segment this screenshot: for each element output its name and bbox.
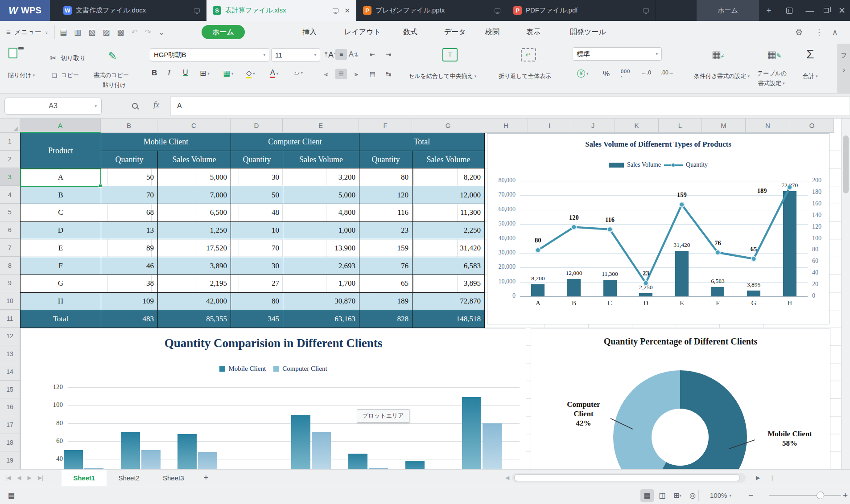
row-header-4[interactable]: 4 xyxy=(0,186,20,204)
borders-button[interactable]: ⊞▾ xyxy=(200,69,210,78)
product-cell[interactable]: B xyxy=(21,186,101,204)
underline-button[interactable]: U xyxy=(183,69,188,77)
tab-home-window[interactable]: ホーム xyxy=(697,0,759,21)
column-header-G[interactable]: G xyxy=(412,119,484,133)
next-sheet-icon[interactable]: ▶ xyxy=(28,475,32,481)
column-header-B[interactable]: B xyxy=(101,119,157,133)
value-cell[interactable]: 2,250 xyxy=(413,221,485,239)
select-all-corner[interactable] xyxy=(0,119,20,133)
row-header-16[interactable]: 16 xyxy=(0,398,20,416)
wrap-text-button[interactable]: 折り返して全体表示 xyxy=(499,72,551,80)
value-cell[interactable]: 5,000 xyxy=(158,168,231,186)
total-value-cell[interactable]: 828 xyxy=(359,310,413,328)
product-cell[interactable]: A xyxy=(21,168,101,186)
zoom-slider-knob[interactable] xyxy=(817,492,824,499)
ribbon-tab-数式[interactable]: 数式 xyxy=(399,21,422,44)
chart-sales-volume[interactable]: Sales Volume of Diffenernt Types of Prod… xyxy=(487,133,829,324)
row-header-6[interactable]: 6 xyxy=(0,221,20,239)
document-tab-1[interactable]: W文書作成ファイル.docx xyxy=(57,0,206,21)
value-cell[interactable]: 68 xyxy=(101,204,158,221)
sheet-tab-Sheet3[interactable]: Sheet3 xyxy=(151,470,196,486)
format-painter-button[interactable]: ✎ xyxy=(108,50,117,62)
value-cell[interactable]: 13 xyxy=(101,221,158,239)
chart-quantity-comparison[interactable]: Quantity Comparision in Different Client… xyxy=(21,328,526,469)
value-cell[interactable]: 30 xyxy=(231,168,283,186)
column-header-D[interactable]: D xyxy=(231,119,283,133)
conditional-format-button[interactable]: 条件付き書式の設定▾ xyxy=(694,72,750,80)
align-right-button[interactable]: ⫸ xyxy=(351,69,362,79)
value-cell[interactable]: 3,895 xyxy=(413,275,485,292)
zoom-slider[interactable] xyxy=(769,495,841,496)
total-value-cell[interactable]: 345 xyxy=(231,310,283,328)
table-sub-header[interactable]: Sales Volume xyxy=(413,151,485,168)
paste-dropdown[interactable]: 貼り付け▾ xyxy=(8,71,35,79)
page-layout-view-icon[interactable]: ⊞▾ xyxy=(671,489,684,502)
value-cell[interactable]: 109 xyxy=(101,292,158,310)
row-header-15[interactable]: 15 xyxy=(0,381,20,398)
page-break-view-icon[interactable]: ◫ xyxy=(656,489,669,502)
table-sub-header[interactable]: Quantity xyxy=(359,151,413,168)
ribbon-tab-表示[interactable]: 表示 xyxy=(522,21,545,44)
value-cell[interactable]: 70 xyxy=(231,239,283,257)
cell-style-button[interactable]: ▦▾ xyxy=(223,69,234,78)
sheet-tab-Sheet1[interactable]: Sheet1 xyxy=(62,470,107,486)
value-cell[interactable]: 13,900 xyxy=(283,239,359,257)
clear-format-button[interactable]: ▱▾ xyxy=(294,69,303,77)
percent-format-button[interactable]: % xyxy=(603,70,610,78)
format-painter-label1[interactable]: 書式のコピー xyxy=(94,71,129,79)
value-cell[interactable]: 1,250 xyxy=(158,221,231,239)
column-header-E[interactable]: E xyxy=(283,119,359,133)
total-label-cell[interactable]: Total xyxy=(21,310,101,328)
horizontal-scrollbar-thumb[interactable] xyxy=(514,474,740,481)
value-cell[interactable]: 116 xyxy=(359,204,413,221)
last-sheet-icon[interactable]: ▶| xyxy=(38,475,43,481)
ribbon-tab-レイアウト[interactable]: レイアウト xyxy=(340,21,385,44)
value-cell[interactable]: 46 xyxy=(101,257,158,275)
value-cell[interactable]: 89 xyxy=(101,239,158,257)
paste-button[interactable] xyxy=(14,49,16,57)
value-cell[interactable]: 17,520 xyxy=(158,239,231,257)
row-header-2[interactable]: 2 xyxy=(0,151,20,168)
more-commands-icon[interactable]: ⌄ xyxy=(158,28,165,37)
row-header-13[interactable]: 13 xyxy=(0,345,20,363)
value-cell[interactable]: 50 xyxy=(231,186,283,204)
value-cell[interactable]: 30 xyxy=(231,257,283,275)
font-family-select[interactable]: HGP明朝B▾ xyxy=(150,48,269,61)
autosum-button[interactable]: 合計▾ xyxy=(803,72,818,80)
horizontal-scrollbar[interactable] xyxy=(512,473,746,483)
zoom-level[interactable]: 100%▾ xyxy=(710,486,731,504)
table-format-label2[interactable]: 書式設定▾ xyxy=(758,79,785,87)
value-cell[interactable]: 76 xyxy=(359,257,413,275)
value-cell[interactable]: 2,195 xyxy=(158,275,231,292)
undo-icon[interactable]: ↶ xyxy=(131,28,137,37)
column-header-A[interactable]: A xyxy=(20,119,101,133)
format-painter-label2[interactable]: 貼り付け xyxy=(103,81,126,89)
value-cell[interactable]: 159 xyxy=(359,239,413,257)
value-cell[interactable]: 72,870 xyxy=(413,292,485,310)
close-button[interactable]: ✕ xyxy=(832,0,850,21)
column-header-J[interactable]: J xyxy=(571,119,615,133)
table-group-header[interactable]: Total xyxy=(359,133,485,151)
justify-button[interactable]: ▤ xyxy=(367,69,378,79)
row-header-1[interactable]: 1 xyxy=(0,133,20,151)
value-cell[interactable]: 7,000 xyxy=(158,186,231,204)
vertical-scrollbar-thumb[interactable] xyxy=(843,135,849,193)
font-color-button[interactable]: A▾ xyxy=(270,69,278,78)
table-group-header[interactable]: Mobile Client xyxy=(101,133,231,151)
value-cell[interactable]: 70 xyxy=(101,186,158,204)
value-cell[interactable]: 48 xyxy=(231,204,283,221)
value-cell[interactable]: 6,583 xyxy=(413,257,485,275)
total-value-cell[interactable]: 483 xyxy=(101,310,158,328)
row-header-19[interactable]: 19 xyxy=(0,451,20,469)
total-value-cell[interactable]: 148,518 xyxy=(413,310,485,328)
redo-icon[interactable]: ↷ xyxy=(145,28,151,37)
column-header-I[interactable]: I xyxy=(528,119,571,133)
scroll-right-icon[interactable]: ▶ xyxy=(756,475,760,481)
row-header-8[interactable]: 8 xyxy=(0,257,20,275)
collapse-ribbon-button[interactable]: ∧ xyxy=(832,21,838,44)
row-header-12[interactable]: 12 xyxy=(0,328,20,345)
more-options-button[interactable]: ⋮ xyxy=(815,21,823,44)
ribbon-tab-校閲[interactable]: 校閲 xyxy=(481,21,504,44)
ribbon-tab-ホーム[interactable]: ホーム xyxy=(202,25,245,39)
value-cell[interactable]: 12,000 xyxy=(413,186,485,204)
